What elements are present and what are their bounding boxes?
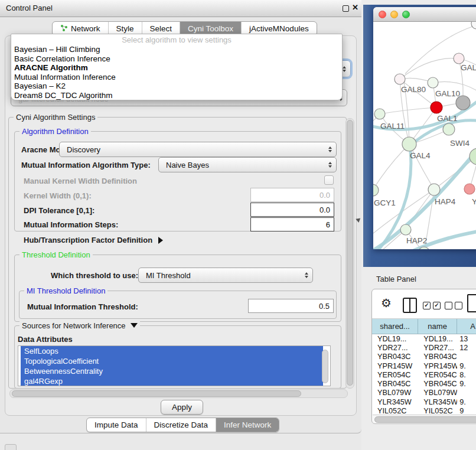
network-node-gcy1[interactable] xyxy=(373,184,379,196)
sources-toggle[interactable]: Sources for Network Inference xyxy=(19,321,140,330)
aracne-mode-combobox[interactable]: Discovery xyxy=(59,142,337,157)
mi-algorithm-type-combobox[interactable]: Naive Bayes xyxy=(158,157,337,172)
zoom-traffic-light-icon[interactable] xyxy=(402,11,410,18)
table-cell: YBR043C xyxy=(418,353,457,361)
node-label: GAL1 xyxy=(437,114,458,123)
manual-kernel-width-label: Manual Kernel Width Definition xyxy=(24,177,137,185)
network-node[interactable] xyxy=(471,22,476,29)
which-threshold-value: MI Threshold xyxy=(146,271,191,280)
close-icon[interactable]: ✕ xyxy=(352,3,358,12)
page-icon[interactable] xyxy=(467,294,476,312)
table-body[interactable]: YDL19...YDL19...13YDR27...YDR27...12YBR0… xyxy=(372,334,476,416)
table-row[interactable]: YDR27...YDR27...12 xyxy=(372,343,476,352)
table-toolbar: ⚙ ✓✓ xyxy=(372,289,476,319)
close-traffic-light-icon[interactable] xyxy=(379,11,386,18)
column-header[interactable]: A xyxy=(457,319,476,334)
mi-algorithm-type-value: Naive Bayes xyxy=(166,161,209,169)
node-label: GAL11 xyxy=(380,122,405,131)
table-row[interactable]: YBR043CYBR043C xyxy=(372,353,476,361)
table-row[interactable]: YER054CYER054C8. xyxy=(372,370,476,379)
network-node[interactable] xyxy=(470,148,476,165)
network-graph[interactable]: GALGAL80GAL10GAL1GAL11SWI4GAL4GCY1HAP4YH… xyxy=(373,22,476,249)
which-threshold-combobox[interactable]: MI Threshold xyxy=(138,268,313,283)
table-row[interactable]: YDL19...YDL19...13 xyxy=(372,334,476,343)
network-view-window: GALGAL80GAL10GAL1GAL11SWI4GAL4GCY1HAP4YH… xyxy=(373,7,476,249)
dropdown-item[interactable]: Bayesian – K2 xyxy=(11,81,342,91)
network-node-gal1[interactable] xyxy=(431,102,442,113)
collapse-down-icon xyxy=(131,323,138,328)
aracne-mode-value: Discovery xyxy=(67,145,100,154)
apply-button[interactable]: Apply xyxy=(161,400,203,415)
table-cell: YER054C xyxy=(418,370,457,379)
minimized-panel-icon[interactable] xyxy=(5,444,17,450)
table-row[interactable]: YBR045CYBR045C9. xyxy=(372,379,476,388)
window-title: Control Panel xyxy=(6,4,53,12)
network-canvas[interactable]: GALGAL80GAL10GAL1GAL11SWI4GAL4GCY1HAP4YH… xyxy=(373,22,476,249)
mi-steps-field[interactable]: 6 xyxy=(250,217,334,231)
mi-algorithm-type-label: Mutual Information Algorithm Type: xyxy=(21,161,151,169)
data-attributes-label: Data Attributes xyxy=(18,335,73,344)
manual-kernel-width-checkbox[interactable] xyxy=(324,175,334,185)
table-row[interactable]: YPR145WYPR145W9. xyxy=(372,361,476,370)
mi-threshold-label: Mutual Information Threshold: xyxy=(27,302,138,311)
horizontal-scrollbar[interactable] xyxy=(9,389,348,398)
column-header[interactable]: shared... xyxy=(372,319,418,334)
table-row[interactable]: YBL079WYBL079W xyxy=(372,389,476,397)
tab-discretize-data[interactable]: Discretize Data xyxy=(146,418,217,432)
table-header[interactable]: shared...nameA xyxy=(372,319,476,334)
tab-impute-data[interactable]: Impute Data xyxy=(87,418,146,432)
network-node-gal4[interactable] xyxy=(402,137,416,151)
network-node-swi4[interactable] xyxy=(443,123,455,135)
deselect-all-checkboxes-icon[interactable] xyxy=(445,302,462,309)
table-cell: YBL079W xyxy=(418,389,457,397)
mi-threshold-field[interactable]: 0.5 xyxy=(248,299,334,313)
dropdown-item[interactable]: Dream8 DC_TDC Algorithm xyxy=(11,91,342,100)
list-scrollbar-thumb[interactable] xyxy=(322,350,328,383)
minimize-traffic-light-icon[interactable] xyxy=(390,11,398,18)
dropdown-item[interactable]: Bayesian – Hill Climbing xyxy=(11,45,342,54)
cyni-bottom-tabbar: Impute DataDiscretize DataInfer Network xyxy=(86,418,279,432)
table-cell: 8. xyxy=(457,370,476,379)
network-node-hap4[interactable] xyxy=(428,184,440,195)
gear-icon[interactable]: ⚙ xyxy=(381,296,392,310)
group-title: Threshold Definition xyxy=(19,250,93,259)
data-attribute-item[interactable]: SelfLoops xyxy=(21,346,323,356)
network-window-titlebar xyxy=(373,7,476,22)
table-panel: ⚙ ✓✓ shared...nameA YDL19...YDL19...13YD… xyxy=(371,289,476,424)
data-attribute-item[interactable]: BetweennessCentrality xyxy=(21,366,323,376)
network-edge[interactable] xyxy=(373,144,409,190)
network-node-gal[interactable] xyxy=(454,53,464,64)
network-node-gal80[interactable] xyxy=(395,74,405,84)
data-attribute-item[interactable]: gal4RGexp xyxy=(21,376,323,386)
network-node-y[interactable] xyxy=(464,184,475,194)
data-attribute-item[interactable]: TopologicalCoefficient xyxy=(21,356,323,366)
data-attributes-list[interactable]: SelfLoopsTopologicalCoefficientBetweenne… xyxy=(18,345,331,386)
table-cell: YLR345W xyxy=(418,397,457,406)
float-window-icon[interactable] xyxy=(343,5,349,12)
table-row[interactable]: YLR345WYLR345W9. xyxy=(372,397,476,406)
table-cell: YBR045C xyxy=(372,379,418,388)
which-threshold-label: Which threshold to use: xyxy=(51,271,138,280)
vertical-scrollbar[interactable] xyxy=(345,118,354,389)
dpi-tolerance-field[interactable]: 0.0 xyxy=(250,203,334,217)
node-label: GCY1 xyxy=(374,198,396,207)
network-node-hap2[interactable] xyxy=(400,224,411,235)
column-header[interactable]: name xyxy=(418,319,457,334)
table-cell: YDL19... xyxy=(418,334,457,343)
table-horizontal-scrollbar[interactable] xyxy=(373,415,476,423)
network-node-gal10[interactable] xyxy=(428,77,438,88)
dropdown-item[interactable]: Mutual Information Inference xyxy=(11,73,342,82)
table-cell xyxy=(457,389,476,397)
select-all-checkboxes-icon[interactable]: ✓✓ xyxy=(423,302,441,309)
network-node-gal11[interactable] xyxy=(374,109,385,119)
group-title: Cyni Algorithm Settings xyxy=(14,113,97,122)
columns-icon[interactable] xyxy=(403,298,417,313)
hub-definition-toggle[interactable]: Hub/Transcription Factor Definition xyxy=(24,236,163,244)
dropdown-item[interactable]: Basic Correlation Inference xyxy=(11,54,342,64)
dpi-tolerance-label: DPI Tolerance [0,1]: xyxy=(24,206,94,215)
table-cell: YLR345W xyxy=(372,397,418,406)
network-edge[interactable] xyxy=(400,58,459,79)
dropdown-item[interactable]: ARACNE Algorithm xyxy=(11,63,342,73)
tab-infer-network[interactable]: Infer Network xyxy=(216,418,279,432)
network-edge[interactable] xyxy=(380,107,436,114)
